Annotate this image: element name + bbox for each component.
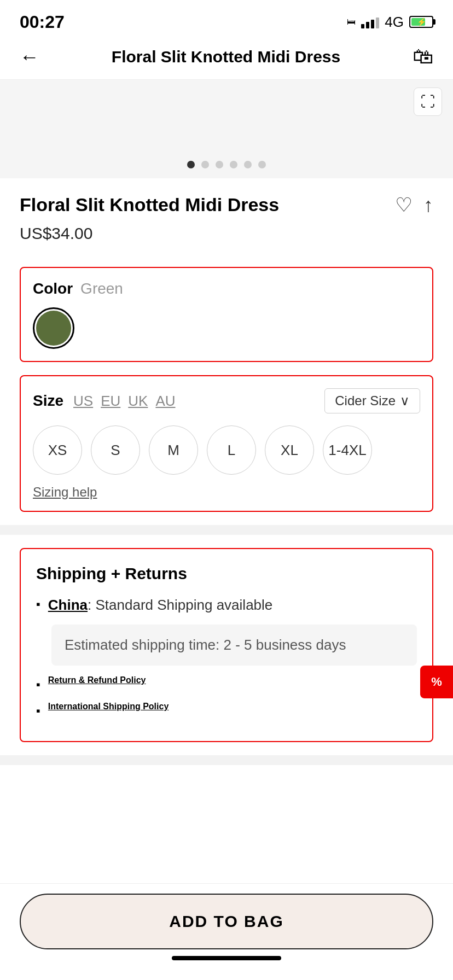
product-title-row: Floral Slit Knotted Midi Dress ♡ ↑	[20, 194, 433, 217]
size-s[interactable]: S	[91, 425, 140, 475]
dot-2[interactable]	[201, 161, 209, 168]
size-xl[interactable]: XL	[265, 425, 314, 475]
color-section: Color Green	[20, 267, 433, 362]
intl-shipping-link[interactable]: International Shipping Policy	[48, 702, 169, 711]
size-tab-au[interactable]: AU	[155, 393, 175, 410]
product-title: Floral Slit Knotted Midi Dress	[20, 194, 395, 216]
battery: ⚡	[409, 16, 433, 28]
bullet-icon-2: ▪	[36, 678, 40, 692]
bed-icon: 🛏	[347, 17, 356, 27]
dot-6[interactable]	[258, 161, 266, 168]
signal-bar-2	[366, 22, 369, 28]
size-m[interactable]: M	[149, 425, 198, 475]
bullet-icon-3: ▪	[36, 704, 40, 718]
shipping-china-link[interactable]: China	[48, 597, 88, 613]
shipping-wrapper: Shipping + Returns ▪ China: Standard Shi…	[0, 548, 453, 742]
shipping-china-text: China: Standard Shipping available	[48, 595, 272, 615]
network-label: 4G	[385, 14, 404, 31]
page-title: Floral Slit Knotted Midi Dress	[112, 48, 340, 66]
size-1-4xl[interactable]: 1-4XL	[323, 425, 372, 475]
color-label: Color	[33, 280, 73, 298]
product-actions: ♡ ↑	[395, 194, 433, 217]
size-options: XS S M L XL 1-4XL	[33, 425, 420, 475]
signal-bar-4	[376, 18, 379, 28]
sizing-help-link[interactable]: Sizing help	[33, 485, 420, 500]
product-price: US$34.00	[20, 224, 433, 243]
color-swatch-green[interactable]	[33, 307, 74, 349]
home-indicator	[172, 956, 281, 960]
chevron-down-icon: ∨	[400, 393, 410, 409]
add-to-bag-button[interactable]: ADD TO BAG	[20, 894, 433, 949]
shipping-china-desc: : Standard Shipping available	[88, 597, 272, 613]
color-label-row: Color Green	[33, 280, 420, 298]
shipping-intl-item: ▪ International Shipping Policy	[36, 702, 417, 718]
shipping-estimate-box: Estimated shipping time: 2 - 5 business …	[51, 625, 417, 666]
shipping-return-item: ▪ Return & Refund Policy	[36, 675, 417, 692]
size-label-row: Size US EU UK AU	[33, 392, 176, 410]
size-tabs: US EU UK AU	[73, 393, 176, 410]
color-selected: Green	[80, 280, 123, 298]
size-xs[interactable]: XS	[33, 425, 82, 475]
size-dropdown[interactable]: Cider Size ∨	[324, 388, 420, 413]
size-tab-eu[interactable]: EU	[101, 393, 120, 410]
page-header: ← Floral Slit Knotted Midi Dress 🛍	[0, 39, 453, 80]
status-bar: 00:27 🛏 4G ⚡	[0, 0, 453, 39]
add-to-bag-section: ADD TO BAG	[0, 883, 453, 980]
product-info: Floral Slit Knotted Midi Dress ♡ ↑ US$34…	[0, 178, 453, 254]
favorite-button[interactable]: ♡	[395, 194, 413, 217]
shipping-title: Shipping + Returns	[36, 564, 417, 583]
section-divider-1	[0, 525, 453, 535]
return-policy-link[interactable]: Return & Refund Policy	[48, 675, 146, 685]
product-image-area: ⛶	[0, 80, 453, 178]
status-time: 00:27	[20, 12, 65, 32]
promo-badge: %	[420, 666, 453, 698]
color-swatches	[33, 307, 420, 349]
bag-icon[interactable]: 🛍	[413, 45, 433, 68]
size-tab-us[interactable]: US	[73, 393, 93, 410]
size-tab-uk[interactable]: UK	[128, 393, 148, 410]
back-button[interactable]: ←	[20, 45, 39, 68]
expand-button[interactable]: ⛶	[414, 88, 442, 116]
bottom-spacer	[0, 771, 453, 847]
shipping-item-china: ▪ China: Standard Shipping available	[36, 595, 417, 615]
section-divider-2	[0, 755, 453, 765]
signal-bar-1	[361, 24, 364, 28]
share-button[interactable]: ↑	[423, 194, 433, 217]
dot-5[interactable]	[244, 161, 252, 168]
size-dropdown-label: Cider Size	[335, 393, 396, 409]
image-dots	[187, 161, 266, 168]
shipping-estimate-text: Estimated shipping time: 2 - 5 business …	[65, 637, 346, 653]
battery-bolt: ⚡	[417, 18, 426, 26]
dot-3[interactable]	[216, 161, 223, 168]
color-swatch-inner	[36, 311, 71, 346]
size-label: Size	[33, 392, 63, 410]
dot-4[interactable]	[230, 161, 237, 168]
bullet-icon-1: ▪	[36, 597, 40, 611]
size-l[interactable]: L	[207, 425, 256, 475]
size-header: Size US EU UK AU Cider Size ∨	[33, 388, 420, 413]
size-section: Size US EU UK AU Cider Size ∨ XS S M L X…	[20, 375, 433, 512]
signal-bars	[361, 15, 379, 28]
dot-1[interactable]	[187, 161, 195, 168]
signal-bar-3	[371, 20, 374, 28]
status-icons: 🛏 4G ⚡	[347, 14, 433, 31]
shipping-section: Shipping + Returns ▪ China: Standard Shi…	[20, 548, 433, 742]
